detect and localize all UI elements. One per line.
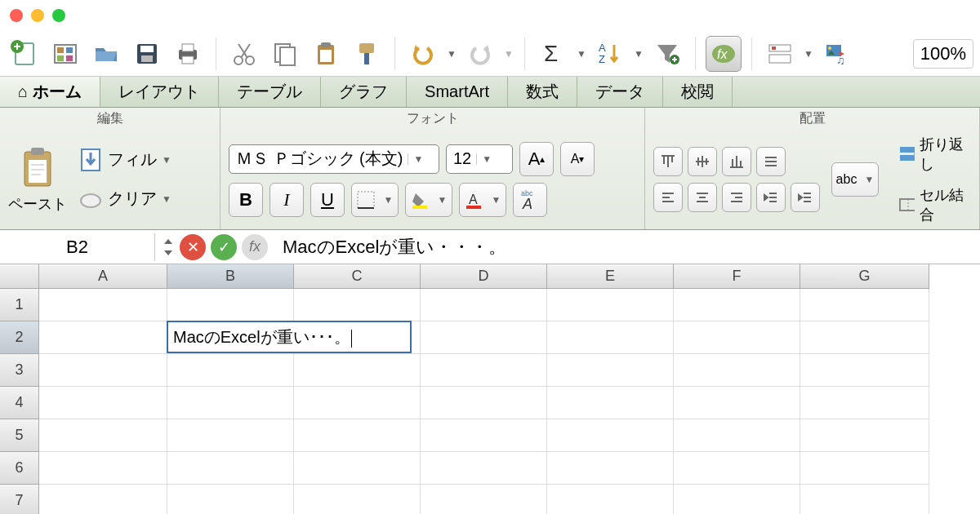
name-box-stepper[interactable] bbox=[162, 236, 175, 259]
autosum-icon[interactable]: Σ bbox=[535, 36, 571, 72]
cell-E6[interactable] bbox=[547, 452, 674, 485]
cell-C6[interactable] bbox=[294, 452, 421, 485]
tab-smartart[interactable]: SmartArt bbox=[407, 77, 508, 107]
cell-F5[interactable] bbox=[674, 419, 800, 452]
cell-C5[interactable] bbox=[294, 419, 421, 452]
copy-icon[interactable] bbox=[267, 36, 303, 72]
save-icon[interactable] bbox=[129, 36, 165, 72]
close-window-icon[interactable] bbox=[10, 9, 23, 22]
decrease-indent-button[interactable] bbox=[756, 183, 786, 212]
cell-F3[interactable] bbox=[674, 354, 800, 387]
tab-layout[interactable]: レイアウト bbox=[100, 77, 219, 107]
cell-C2[interactable] bbox=[294, 321, 421, 354]
cell-E5[interactable] bbox=[547, 419, 674, 452]
column-header-E[interactable]: E bbox=[547, 264, 674, 289]
insert-function-button[interactable]: fx bbox=[242, 234, 268, 260]
cell-D6[interactable] bbox=[421, 452, 547, 485]
row-header-4[interactable]: 4 bbox=[0, 387, 39, 419]
cell-G3[interactable] bbox=[800, 354, 929, 387]
cell-E1[interactable] bbox=[547, 289, 674, 321]
row-header-3[interactable]: 3 bbox=[0, 354, 39, 387]
sort-dropdown[interactable]: ▼ bbox=[633, 48, 644, 60]
cell-E3[interactable] bbox=[547, 354, 674, 387]
cell-B4[interactable] bbox=[167, 387, 294, 419]
underline-button[interactable]: U bbox=[310, 183, 345, 217]
cell-B2[interactable]: MacのExcelが重い･･･。 bbox=[167, 321, 294, 354]
column-header-G[interactable]: G bbox=[800, 264, 929, 289]
fill-button[interactable]: フィル ▼ bbox=[74, 146, 176, 174]
new-document-icon[interactable] bbox=[7, 36, 42, 72]
italic-button[interactable]: I bbox=[270, 183, 304, 217]
confirm-edit-button[interactable]: ✓ bbox=[211, 234, 237, 260]
undo-dropdown[interactable]: ▼ bbox=[446, 48, 457, 60]
align-left-button[interactable] bbox=[653, 183, 683, 212]
cell-G7[interactable] bbox=[800, 485, 929, 514]
row-header-5[interactable]: 5 bbox=[0, 419, 39, 452]
fill-color-button[interactable]: ▼ bbox=[405, 183, 452, 217]
cell-F6[interactable] bbox=[674, 452, 800, 485]
tab-data[interactable]: データ bbox=[577, 77, 663, 107]
cell-G1[interactable] bbox=[800, 289, 929, 321]
column-header-B[interactable]: B bbox=[167, 264, 294, 289]
cell-A5[interactable] bbox=[39, 419, 167, 452]
cell-B3[interactable] bbox=[167, 354, 294, 387]
zoom-level[interactable]: 100% bbox=[913, 39, 973, 69]
align-center-button[interactable] bbox=[688, 183, 717, 212]
clear-button[interactable]: クリア ▼ bbox=[74, 185, 176, 213]
align-top-button[interactable] bbox=[653, 147, 683, 176]
cell-A7[interactable] bbox=[39, 485, 167, 514]
cell-C1[interactable] bbox=[294, 289, 421, 321]
tab-tables[interactable]: テーブル bbox=[219, 77, 321, 107]
borders-button[interactable]: ▼ bbox=[351, 183, 399, 217]
filter-icon[interactable] bbox=[649, 36, 685, 72]
cell-D4[interactable] bbox=[421, 387, 547, 419]
cell-B5[interactable] bbox=[167, 419, 294, 452]
cell-D3[interactable] bbox=[421, 354, 547, 387]
cell-D1[interactable] bbox=[421, 289, 547, 321]
shrink-font-button[interactable]: A▾ bbox=[560, 142, 595, 176]
open-icon[interactable] bbox=[88, 36, 124, 72]
autosum-dropdown[interactable]: ▼ bbox=[576, 48, 587, 60]
cell-G2[interactable] bbox=[800, 321, 929, 354]
format-painter-icon[interactable] bbox=[349, 36, 385, 72]
align-justify-button[interactable] bbox=[756, 147, 786, 176]
font-name-combo[interactable]: ＭＳ Ｐゴシック (本文)▼ bbox=[229, 144, 439, 174]
cell-C7[interactable] bbox=[294, 485, 421, 514]
cell-A3[interactable] bbox=[39, 354, 167, 387]
font-size-combo[interactable]: 12▼ bbox=[446, 144, 513, 174]
cell-B1[interactable] bbox=[167, 289, 294, 321]
align-bottom-button[interactable] bbox=[722, 147, 751, 176]
cell-F4[interactable] bbox=[674, 387, 800, 419]
cell-D7[interactable] bbox=[421, 485, 547, 514]
paste-button[interactable]: ペースト bbox=[8, 145, 67, 214]
select-all-corner[interactable] bbox=[0, 264, 39, 289]
grow-font-button[interactable]: A▴ bbox=[519, 142, 554, 176]
phonetic-guide-button[interactable]: abcA bbox=[513, 183, 547, 217]
minimize-window-icon[interactable] bbox=[31, 9, 44, 22]
cell-E2[interactable] bbox=[547, 321, 674, 354]
redo-icon[interactable] bbox=[462, 36, 498, 72]
name-box[interactable]: B2 bbox=[0, 233, 155, 261]
redo-dropdown[interactable]: ▼ bbox=[503, 48, 514, 60]
formula-builder-icon[interactable]: fx bbox=[706, 36, 742, 72]
formula-input[interactable]: MacのExcelが重い・・・。 bbox=[274, 235, 980, 259]
print-icon[interactable] bbox=[170, 36, 206, 72]
cut-icon[interactable] bbox=[226, 36, 262, 72]
tab-review[interactable]: 校閲 bbox=[663, 77, 733, 107]
cell-A1[interactable] bbox=[39, 289, 167, 321]
merge-cells-button[interactable]: セル結合 bbox=[893, 184, 971, 226]
cell-A4[interactable] bbox=[39, 387, 167, 419]
cell-D2[interactable] bbox=[421, 321, 547, 354]
cell-A2[interactable] bbox=[39, 321, 167, 354]
tab-charts[interactable]: グラフ bbox=[321, 77, 407, 107]
cell-F1[interactable] bbox=[674, 289, 800, 321]
orientation-button[interactable]: abc▼ bbox=[831, 162, 879, 197]
row-header-1[interactable]: 1 bbox=[0, 289, 39, 321]
cell-G6[interactable] bbox=[800, 452, 929, 485]
sort-icon[interactable]: AZ bbox=[592, 36, 628, 72]
paste-icon[interactable] bbox=[308, 36, 344, 72]
cell-B6[interactable] bbox=[167, 452, 294, 485]
bold-button[interactable]: B bbox=[229, 183, 263, 217]
cell-C3[interactable] bbox=[294, 354, 421, 387]
cell-F2[interactable] bbox=[674, 321, 800, 354]
